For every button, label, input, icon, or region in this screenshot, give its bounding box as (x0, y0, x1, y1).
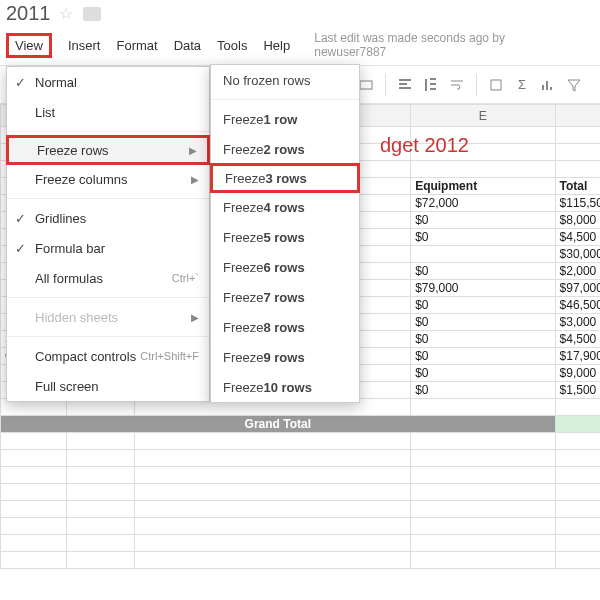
last-edit-text: Last edit was made seconds ago by newuse… (314, 31, 578, 59)
grand-total-value[interactable]: $33940 (555, 416, 600, 433)
filter-button[interactable] (563, 74, 585, 96)
freeze-1-row[interactable]: Freeze 1 row (211, 104, 359, 134)
cell[interactable]: $79,000 (411, 280, 555, 297)
folder-icon[interactable] (83, 7, 101, 21)
header-equipment[interactable]: Equipment (411, 178, 555, 195)
sigma-button[interactable]: Σ (511, 74, 533, 96)
cell[interactable]: $0 (411, 382, 555, 399)
menu-format[interactable]: Format (116, 38, 157, 53)
freeze-none[interactable]: No frozen rows (211, 65, 359, 95)
cell[interactable]: $0 (411, 263, 555, 280)
cell[interactable]: $9,000 (555, 365, 600, 382)
freeze-10-rows[interactable]: Freeze 10 rows (211, 372, 359, 402)
view-formula-bar[interactable]: ✓Formula bar (7, 233, 209, 263)
cell[interactable]: $30,000 (555, 246, 600, 263)
freeze-3-rows[interactable]: Freeze 3 rows (210, 163, 360, 193)
view-compact[interactable]: Compact controlsCtrl+Shift+F (7, 341, 209, 371)
freeze-9-rows[interactable]: Freeze 9 rows (211, 342, 359, 372)
svg-rect-2 (491, 80, 501, 90)
shortcut-text: Ctrl+Shift+F (140, 350, 199, 362)
cell[interactable]: $46,500 (555, 297, 600, 314)
view-menu: ✓Normal List Freeze rows▶ Freeze columns… (6, 66, 210, 402)
view-list[interactable]: List (7, 97, 209, 127)
freeze-7-rows[interactable]: Freeze 7 rows (211, 282, 359, 312)
sheet-title: dget 2012 (380, 134, 469, 157)
cell[interactable] (411, 246, 555, 263)
insert-button[interactable] (485, 74, 507, 96)
cell[interactable]: $3,000 (555, 314, 600, 331)
doc-title: 2011 (6, 2, 51, 25)
cell[interactable]: $1,500 (555, 382, 600, 399)
cell[interactable]: $0 (411, 229, 555, 246)
view-full-screen[interactable]: Full screen (7, 371, 209, 401)
check-icon: ✓ (15, 75, 26, 90)
menu-help[interactable]: Help (263, 38, 290, 53)
cell[interactable]: $17,900 (555, 348, 600, 365)
check-icon: ✓ (15, 211, 26, 226)
cell[interactable]: $0 (411, 365, 555, 382)
cell[interactable]: $0 (411, 297, 555, 314)
freeze-rows-submenu: No frozen rows Freeze 1 row Freeze 2 row… (210, 64, 360, 403)
check-icon: ✓ (15, 241, 26, 256)
wrap-button[interactable] (446, 74, 468, 96)
freeze-5-rows[interactable]: Freeze 5 rows (211, 222, 359, 252)
star-icon[interactable]: ☆ (59, 4, 73, 23)
view-freeze-rows[interactable]: Freeze rows▶ (6, 135, 210, 165)
cell[interactable]: $4,500 (555, 331, 600, 348)
freeze-4-rows[interactable]: Freeze 4 rows (211, 192, 359, 222)
cell[interactable]: $0 (411, 314, 555, 331)
svg-rect-1 (360, 81, 372, 89)
view-hidden-sheets: Hidden sheets▶ (7, 302, 209, 332)
menu-data[interactable]: Data (174, 38, 201, 53)
shortcut-text: Ctrl+` (172, 272, 199, 284)
cell[interactable]: $0 (411, 348, 555, 365)
freeze-8-rows[interactable]: Freeze 8 rows (211, 312, 359, 342)
cell[interactable]: $8,000 (555, 212, 600, 229)
chart-button[interactable] (537, 74, 559, 96)
cell[interactable]: $0 (411, 212, 555, 229)
cell[interactable]: $0 (411, 331, 555, 348)
grand-total-label[interactable]: Grand Total (1, 416, 556, 433)
menu-tools[interactable]: Tools (217, 38, 247, 53)
cell[interactable]: $115,500 (555, 195, 600, 212)
menu-insert[interactable]: Insert (68, 38, 101, 53)
col-f[interactable]: F (555, 105, 600, 127)
freeze-2-rows[interactable]: Freeze 2 rows (211, 134, 359, 164)
cell[interactable]: $72,000 (411, 195, 555, 212)
freeze-6-rows[interactable]: Freeze 6 rows (211, 252, 359, 282)
menu-view[interactable]: View (6, 33, 52, 58)
chevron-right-icon: ▶ (191, 174, 199, 185)
view-freeze-cols[interactable]: Freeze columns▶ (7, 164, 209, 194)
chevron-right-icon: ▶ (189, 145, 197, 156)
view-normal[interactable]: ✓Normal (7, 67, 209, 97)
align-button[interactable] (394, 74, 416, 96)
valign-button[interactable] (420, 74, 442, 96)
cell[interactable]: $97,000 (555, 280, 600, 297)
chevron-right-icon: ▶ (191, 312, 199, 323)
view-gridlines[interactable]: ✓Gridlines (7, 203, 209, 233)
cell[interactable]: $4,500 (555, 229, 600, 246)
cell[interactable]: $2,000 (555, 263, 600, 280)
view-all-formulas[interactable]: All formulasCtrl+` (7, 263, 209, 293)
col-e[interactable]: E (411, 105, 555, 127)
header-total[interactable]: Total (555, 178, 600, 195)
